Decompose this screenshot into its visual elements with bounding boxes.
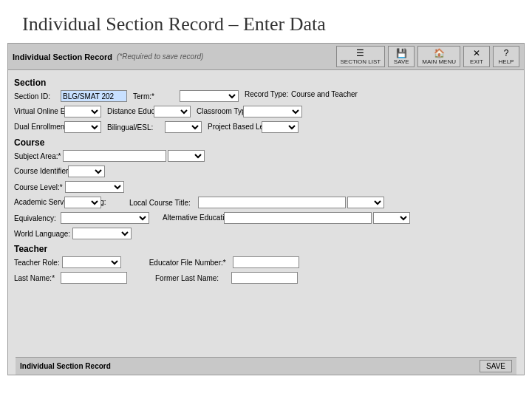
section-header: Section bbox=[14, 78, 518, 88]
alt-education-group: Alternative Education Program: bbox=[163, 212, 410, 224]
virtual-online-select[interactable] bbox=[64, 106, 101, 117]
dual-enrollment-select[interactable] bbox=[64, 121, 101, 133]
section-list-button[interactable]: ☰ SECTION LIST bbox=[336, 46, 386, 67]
alt-education-label: Alternative Education Program: bbox=[163, 214, 222, 222]
course-row-1: Subject Area:* bbox=[14, 150, 518, 163]
subject-area-input[interactable] bbox=[63, 150, 166, 162]
last-name-input[interactable] bbox=[61, 272, 127, 284]
title-area: Individual Section Record – Enter Data bbox=[0, 0, 532, 43]
former-last-name-input[interactable] bbox=[231, 272, 298, 284]
classroom-type-group: Classroom Type: bbox=[197, 106, 302, 117]
subject-area-select[interactable] bbox=[168, 150, 205, 162]
world-language-label: World Language: bbox=[14, 230, 70, 238]
teacher-row-1: Teacher Role: Educator File Number:* bbox=[14, 256, 518, 270]
help-button[interactable]: ? HELP bbox=[493, 46, 519, 67]
course-level-group: Course Level:* bbox=[14, 181, 124, 193]
section-row-2: Virtual Online Education: Distance Educa… bbox=[14, 106, 518, 119]
world-language-group: World Language: bbox=[14, 228, 132, 239]
teacher-role-group: Teacher Role: bbox=[14, 256, 121, 268]
save-toolbar-label: SAVE bbox=[394, 58, 409, 65]
dual-enrollment-label: Dual Enrollment Credit: bbox=[14, 123, 62, 132]
main-menu-label: MAIN MENU bbox=[422, 58, 456, 65]
distance-education-select[interactable] bbox=[154, 106, 191, 117]
section-list-label: SECTION LIST bbox=[341, 58, 381, 65]
form-area: Section Section ID: Term:* Record Type: … bbox=[8, 70, 524, 375]
form-title: Individual Section Record bbox=[13, 52, 112, 61]
equivalency-select[interactable] bbox=[61, 212, 149, 224]
teacher-role-select[interactable] bbox=[62, 256, 121, 268]
virtual-online-label: Virtual Online Education: bbox=[14, 107, 62, 116]
main-menu-button[interactable]: 🏠 MAIN MENU bbox=[417, 46, 460, 67]
bilingual-select[interactable] bbox=[165, 121, 202, 133]
academic-service-select[interactable] bbox=[64, 197, 101, 208]
term-label: Term:* bbox=[133, 92, 177, 100]
project-based-label: Project Based Learning: bbox=[208, 123, 259, 132]
save-button[interactable]: SAVE bbox=[480, 360, 512, 372]
page-title: Individual Section Record – Enter Data bbox=[22, 13, 510, 35]
local-course-title-select[interactable] bbox=[347, 197, 384, 208]
course-identifier-label: Course Identifier:* bbox=[14, 167, 66, 176]
subject-area-label: Subject Area:* bbox=[14, 152, 61, 160]
required-note: (*Required to save record) bbox=[117, 52, 203, 61]
record-type-label: Record Type: bbox=[245, 90, 289, 98]
record-type-group: Record Type: Course and Teacher bbox=[245, 90, 358, 98]
course-level-select[interactable] bbox=[65, 181, 124, 193]
classroom-type-select[interactable] bbox=[243, 106, 302, 117]
course-level-label: Course Level:* bbox=[14, 183, 63, 191]
bilingual-group: Bilingual/ESL: bbox=[107, 121, 202, 133]
teacher-role-label: Teacher Role: bbox=[14, 259, 60, 267]
section-row-1: Section ID: Term:* Record Type: Course a… bbox=[14, 90, 518, 103]
world-language-select[interactable] bbox=[72, 228, 132, 239]
save-toolbar-button[interactable]: 💾 SAVE bbox=[388, 46, 415, 67]
academic-service-label: Academic Service Learning: bbox=[14, 198, 62, 207]
alt-education-input[interactable] bbox=[224, 212, 372, 224]
section-list-icon: ☰ bbox=[356, 48, 364, 58]
section-id-input[interactable] bbox=[61, 90, 127, 102]
classroom-type-label: Classroom Type: bbox=[197, 107, 241, 116]
distance-education-label: Distance Education: bbox=[107, 107, 151, 116]
course-row-6: World Language: bbox=[14, 228, 518, 241]
educator-file-group: Educator File Number:* bbox=[149, 256, 299, 268]
teacher-row-2: Last Name:* Former Last Name: bbox=[14, 272, 518, 285]
main-content: Individual Section Record (*Required to … bbox=[7, 43, 525, 375]
course-identifier-select[interactable] bbox=[68, 166, 105, 177]
local-course-title-input[interactable] bbox=[198, 197, 346, 208]
former-last-name-group: Former Last Name: bbox=[155, 272, 298, 284]
course-row-5: Equivalency: Alternative Education Progr… bbox=[14, 212, 518, 225]
course-row-4: Academic Service Learning: Local Course … bbox=[14, 197, 518, 210]
educator-file-input[interactable] bbox=[233, 256, 299, 268]
project-based-select[interactable] bbox=[262, 121, 299, 133]
educator-file-label: Educator File Number:* bbox=[149, 259, 231, 267]
help-label: HELP bbox=[499, 58, 514, 65]
virtual-online-group: Virtual Online Education: bbox=[14, 106, 101, 117]
exit-button[interactable]: ✕ EXIT bbox=[463, 46, 490, 67]
record-type-value: Course and Teacher bbox=[291, 90, 358, 98]
equivalency-label: Equivalency: bbox=[14, 214, 58, 222]
course-row-3: Course Level:* bbox=[14, 181, 518, 194]
section-id-label: Section ID: bbox=[14, 92, 58, 100]
subject-area-group: Subject Area:* bbox=[14, 150, 205, 162]
last-name-label: Last Name:* bbox=[14, 274, 58, 282]
last-name-group: Last Name:* bbox=[14, 272, 127, 284]
former-last-name-label: Former Last Name: bbox=[155, 274, 229, 282]
equivalency-group: Equivalency: bbox=[14, 212, 149, 224]
save-icon: 💾 bbox=[396, 48, 407, 58]
toolbar: ☰ SECTION LIST 💾 SAVE 🏠 MAIN MENU ✕ EXIT… bbox=[336, 46, 519, 67]
term-group: Term:* bbox=[133, 90, 239, 102]
top-bar-left: Individual Section Record (*Required to … bbox=[13, 52, 203, 61]
project-based-group: Project Based Learning: bbox=[208, 121, 299, 133]
exit-icon: ✕ bbox=[473, 48, 480, 58]
help-icon: ? bbox=[504, 48, 509, 58]
course-row-2: Course Identifier:* bbox=[14, 166, 518, 179]
section-row-3: Dual Enrollment Credit: Bilingual/ESL: P… bbox=[14, 121, 518, 134]
teacher-header: Teacher bbox=[14, 244, 518, 254]
academic-service-group: Academic Service Learning: bbox=[14, 197, 101, 208]
bilingual-label: Bilingual/ESL: bbox=[107, 123, 163, 132]
alt-education-select[interactable] bbox=[373, 212, 410, 224]
term-select[interactable] bbox=[180, 90, 239, 102]
section-id-group: Section ID: bbox=[14, 90, 127, 102]
main-menu-icon: 🏠 bbox=[434, 48, 445, 58]
bottom-bar: Individual Section Record SAVE bbox=[16, 357, 516, 375]
exit-label: EXIT bbox=[470, 58, 483, 65]
local-course-title-label: Local Course Title: bbox=[129, 199, 196, 207]
